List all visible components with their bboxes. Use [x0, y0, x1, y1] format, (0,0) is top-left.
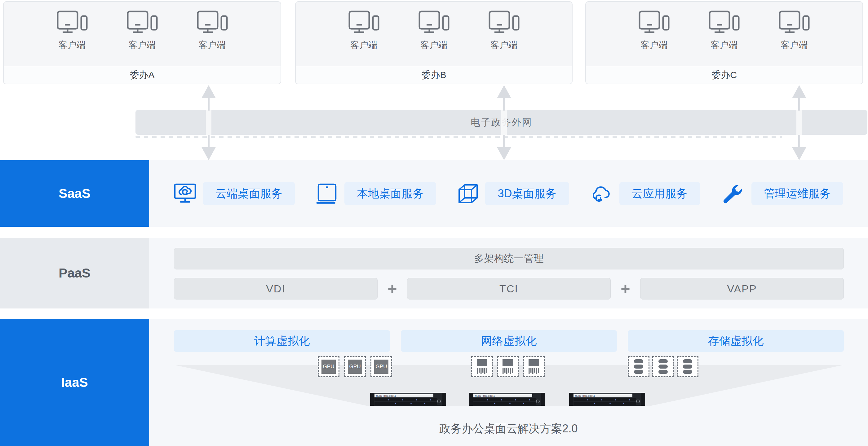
gpu-icon: GPU	[370, 356, 392, 377]
service-local-desktop: 本地桌面服务	[316, 182, 436, 205]
client-item: 客户端	[345, 10, 383, 52]
architecture-diagram: 客户端 客户端 客户端 委办A 客户端 客户端	[0, 0, 868, 446]
paas-architecture-row: VDI + TCI + VAPP	[174, 278, 844, 300]
double-arrow-icon	[202, 85, 216, 160]
cube-3d-icon	[458, 183, 478, 204]
client-group-body: 客户端 客户端 客户端	[586, 2, 862, 66]
desktop-client-icon	[638, 10, 670, 35]
client-item: 客户端	[53, 10, 91, 52]
plus-icon: +	[611, 278, 640, 300]
service-pill: 云端桌面服务	[203, 182, 295, 205]
network-card-icon	[497, 356, 519, 377]
saas-panel: 云端桌面服务 本地桌面服务 3D桌面服务 云应用服务 管理运维服务	[149, 160, 868, 227]
client-group-card-b: 客户端 客户端 客户端 委办B	[295, 1, 572, 84]
plus-icon: +	[378, 278, 407, 300]
service-pill: 云应用服务	[619, 182, 700, 205]
desktop-client-icon	[56, 10, 88, 35]
client-item: 客户端	[635, 10, 673, 52]
client-item: 客户端	[705, 10, 743, 52]
client-label: 客户端	[490, 39, 517, 52]
virt-header-storage: 存储虚拟化	[628, 330, 844, 352]
client-group-footer: 委办A	[4, 66, 281, 83]
desktop-client-icon	[778, 10, 810, 35]
layer-label-saas: SaaS	[0, 160, 149, 227]
client-group-footer: 委办B	[296, 66, 572, 83]
client-label: 客户端	[129, 39, 156, 52]
service-cloud-app: 云应用服务	[591, 182, 700, 205]
client-label: 客户端	[711, 39, 738, 52]
client-item: 客户端	[193, 10, 231, 52]
storage-disk-icon	[677, 356, 699, 377]
storage-disk-icon	[628, 356, 649, 377]
rack-server: Ruijie | RG-C3711	[370, 392, 446, 406]
iaas-panel: 计算虚拟化 网络虚拟化 存储虚拟化 GPU GPU GPU Ruijie | R…	[149, 319, 868, 446]
client-label: 客户端	[59, 39, 86, 52]
client-group-card-c: 客户端 客户端 客户端 委办C	[585, 1, 863, 84]
cloud-desktop-icon	[174, 183, 196, 204]
double-arrow-icon	[792, 85, 806, 160]
virt-header-network: 网络虚拟化	[401, 330, 617, 352]
svg-text:Ruijie | RG-C3711: Ruijie | RG-C3711	[575, 394, 595, 398]
service-cloud-desktop: 云端桌面服务	[174, 182, 295, 205]
client-item: 客户端	[775, 10, 813, 52]
layer-label-iaas: IaaS	[0, 319, 149, 446]
network-card-icon	[471, 356, 493, 377]
desktop-client-icon	[348, 10, 380, 35]
rack-server: Ruijie | RG-C3711	[469, 392, 545, 406]
paas-panel: 多架构统一管理 VDI + TCI + VAPP	[149, 238, 868, 308]
gpu-icon: GPU	[318, 356, 339, 377]
local-desktop-icon	[316, 183, 338, 204]
desktop-client-icon	[196, 10, 228, 35]
service-pill: 3D桌面服务	[485, 182, 569, 205]
service-ops: 管理运维服务	[722, 182, 843, 205]
virt-header-compute: 计算虚拟化	[174, 330, 390, 352]
gpu-icon: GPU	[344, 356, 366, 377]
client-item: 客户端	[123, 10, 161, 52]
svg-text:Ruijie | RG-C3711: Ruijie | RG-C3711	[475, 394, 495, 398]
paas-bar-vapp: VAPP	[640, 278, 844, 300]
service-3d-desktop: 3D桌面服务	[458, 182, 569, 205]
client-item: 客户端	[485, 10, 523, 52]
layer-label-paas: PaaS	[0, 238, 149, 308]
double-arrow-icon	[497, 85, 511, 160]
client-item: 客户端	[415, 10, 453, 52]
service-pill: 本地桌面服务	[344, 182, 436, 205]
desktop-client-icon	[126, 10, 158, 35]
storage-disk-icon	[652, 356, 674, 377]
paas-bar-tci: TCI	[407, 278, 611, 300]
client-label: 客户端	[350, 39, 377, 52]
client-group-footer: 委办C	[586, 66, 862, 83]
service-pill: 管理运维服务	[751, 182, 843, 205]
paas-bar-vdi: VDI	[174, 278, 378, 300]
desktop-client-icon	[418, 10, 450, 35]
client-label: 客户端	[781, 39, 808, 52]
client-group-card-a: 客户端 客户端 客户端 委办A	[3, 1, 281, 84]
rack-server: Ruijie | RG-C3711	[569, 392, 645, 406]
solution-caption: 政务办公桌面云解决方案2.0	[149, 421, 868, 436]
client-label: 客户端	[421, 39, 447, 52]
desktop-client-icon	[708, 10, 740, 35]
cloud-app-icon	[591, 184, 613, 204]
network-card-icon	[523, 356, 545, 377]
client-label: 客户端	[199, 39, 226, 52]
wrench-icon	[722, 182, 745, 205]
client-group-body: 客户端 客户端 客户端	[4, 2, 281, 66]
unified-management-bar: 多架构统一管理	[174, 248, 844, 270]
desktop-client-icon	[488, 10, 520, 35]
svg-text:Ruijie | RG-C3711: Ruijie | RG-C3711	[376, 394, 396, 398]
dashed-divider	[135, 136, 782, 138]
client-label: 客户端	[641, 39, 668, 52]
client-group-body: 客户端 客户端 客户端	[296, 2, 572, 66]
